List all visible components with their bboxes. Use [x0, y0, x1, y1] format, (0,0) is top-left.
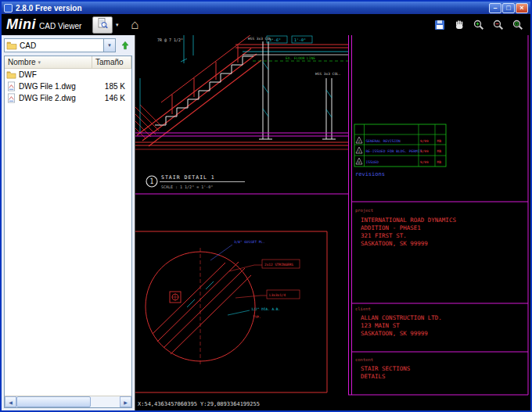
- horizontal-scrollbar[interactable]: ◀ ▶: [5, 396, 131, 407]
- file-name: DWF: [19, 70, 95, 79]
- green-note: EX. FLOOR LINE: [286, 56, 315, 60]
- file-browser-panel: CAD ▼ Nombre ▾ Tamaño: [2, 35, 135, 410]
- window-title: 2.8.0 Free version: [16, 4, 488, 13]
- minimize-button[interactable]: –: [489, 3, 501, 13]
- rev-by: MB: [437, 139, 442, 143]
- folder-icon: [6, 70, 16, 80]
- current-folder-value: CAD: [20, 41, 103, 50]
- rev-by: MB: [437, 149, 442, 153]
- dwg-file-icon: [6, 93, 16, 103]
- callout-cyan: 1/2" DIA. A.B.: [251, 307, 280, 311]
- client-block: client ALLAN CONSTRUCTION LTD. 123 MAIN …: [355, 306, 442, 337]
- rev-date: 9/99: [420, 160, 429, 164]
- file-list: Nombre ▾ Tamaño DWF: [4, 56, 132, 408]
- toolbar-right-group: [432, 18, 526, 32]
- column-header-size[interactable]: Tamaño: [92, 56, 131, 69]
- main-area: CAD ▼ Nombre ▾ Tamaño: [2, 35, 530, 410]
- zoom-in-icon: [473, 19, 485, 31]
- client-line: ALLAN CONSTRUCTION LTD.: [361, 314, 442, 321]
- rev-desc: RE-ISSUED FOR BLDG. PERMIT: [366, 149, 422, 153]
- file-size: 146 K: [95, 94, 131, 102]
- scroll-left-button[interactable]: ◀: [5, 396, 16, 407]
- column-header-name[interactable]: Nombre ▾: [5, 56, 92, 69]
- connection-detail-drawing: 2x12 STRINGERS L3x3x1/4 3/8" GUSSET PL. …: [135, 231, 327, 392]
- title-bar[interactable]: 2.8.0 Free version – □ ×: [2, 2, 530, 14]
- stair-section-drawing: 7R @ 7 1/2" 3'-6" 1'-0" EX. FLOOR LINE H…: [135, 35, 348, 149]
- project-line: INTERNATIONAL ROAD DYNAMICS: [361, 217, 456, 224]
- content-label: content: [355, 357, 373, 362]
- file-name: DWG File 1.dwg: [19, 82, 95, 91]
- rev-num: 0: [358, 160, 361, 164]
- callout-box-2: L3x3x1/4: [269, 293, 286, 297]
- content-block: content STAIR SECTIONS DETAILS: [355, 357, 411, 380]
- brand-rest: CAD Viewer: [39, 22, 81, 30]
- revisions-table: 2 GENERAL REVISION 9/99 MB 1 RE-ISSUED F…: [354, 124, 446, 177]
- callout-box-1: 2x12 STRINGERS: [264, 263, 293, 267]
- rev-by: MB: [437, 160, 442, 164]
- content-line: DETAILS: [361, 373, 386, 380]
- zoom-extents-icon: [512, 19, 524, 31]
- rev-date: 9/99: [420, 139, 429, 143]
- folder-icon: [6, 40, 17, 51]
- detail-scale: SCALE : 1 1/2" = 1'-0": [161, 185, 213, 189]
- pan-button[interactable]: [451, 18, 467, 32]
- zoom-out-button[interactable]: [491, 18, 506, 32]
- scrollbar-track[interactable]: [16, 396, 120, 407]
- close-button[interactable]: ×: [516, 3, 528, 13]
- client-line: 123 MAIN ST: [361, 322, 400, 329]
- brand-mini: Mini: [6, 16, 36, 33]
- up-directory-button[interactable]: [118, 38, 132, 52]
- path-row: CAD ▼: [4, 38, 132, 53]
- toolbar: Mini CAD Viewer ▼ ⌂: [2, 14, 530, 35]
- status-coordinates: X:54,4363457060395 Y:29,0893364199255: [138, 401, 260, 407]
- cad-canvas[interactable]: 7R @ 7 1/2" 3'-6" 1'-0" EX. FLOOR LINE H…: [135, 35, 530, 410]
- project-block: project INTERNATIONAL ROAD DYNAMICS ADDI…: [355, 208, 456, 247]
- maximize-button[interactable]: □: [502, 3, 515, 13]
- folder-combobox[interactable]: CAD ▼: [4, 38, 116, 52]
- project-line: SASKATOON, SK 99999: [361, 240, 428, 247]
- zoom-out-icon: [492, 19, 505, 31]
- save-button[interactable]: [432, 18, 448, 32]
- project-line: ADDITION - PHASE1: [361, 224, 421, 231]
- callout-red: TYP.: [253, 315, 261, 319]
- revisions-label: revisions: [355, 171, 385, 177]
- cad-drawing[interactable]: 7R @ 7 1/2" 3'-6" 1'-0" EX. FLOOR LINE H…: [135, 35, 530, 410]
- home-button[interactable]: ⌂: [126, 17, 143, 33]
- rev-date: 9/99: [420, 149, 429, 153]
- column-name-label: Nombre: [8, 58, 36, 66]
- post-a-note: HSS 3x3 COL.: [248, 37, 274, 41]
- callout-blue: 3/8" GUSSET PL.: [234, 240, 265, 244]
- up-arrow-icon: [120, 40, 131, 51]
- file-list-header: Nombre ▾ Tamaño: [5, 56, 131, 69]
- scrollbar-thumb[interactable]: [16, 396, 91, 407]
- file-rows: DWF DWG File 1.dwg 185 K: [5, 69, 131, 396]
- client-label: client: [355, 306, 371, 311]
- column-size-label: Tamaño: [95, 58, 124, 66]
- list-item-folder[interactable]: DWF: [5, 69, 131, 81]
- app-window: 2.8.0 Free version – □ × Mini CAD Viewer…: [0, 0, 532, 412]
- rev-num: 2: [358, 139, 360, 143]
- rev-desc: ISSUED: [366, 160, 379, 164]
- post-b-note: HSS 3x3 COL.: [315, 72, 341, 76]
- file-name: DWG File 2.dwg: [19, 94, 95, 102]
- project-line: 321 FIRST ST.: [361, 232, 407, 239]
- content-line: STAIR SECTIONS: [361, 365, 411, 372]
- combobox-dropdown-arrow[interactable]: ▼: [103, 39, 115, 52]
- list-item-dwg1[interactable]: DWG File 1.dwg 185 K: [5, 81, 131, 92]
- zoom-in-button[interactable]: [471, 18, 487, 32]
- detail-title-block: 1 STAIR DETAIL 1 SCALE : 1 1/2" = 1'-0": [135, 174, 349, 194]
- rev-num: 1: [358, 149, 361, 153]
- zoom-extents-button[interactable]: [510, 18, 526, 32]
- client-line: SASKATOON, SK 99999: [361, 330, 428, 337]
- preview-dropdown-button[interactable]: ▼: [113, 16, 121, 34]
- home-icon: ⌂: [131, 18, 138, 31]
- app-icon: [4, 4, 13, 13]
- scroll-right-button[interactable]: ▶: [120, 396, 131, 407]
- list-item-dwg2[interactable]: DWG File 2.dwg 146 K: [5, 92, 131, 104]
- project-label: project: [355, 208, 373, 213]
- rev-desc: GENERAL REVISION: [366, 139, 401, 143]
- file-size: 185 K: [95, 82, 131, 91]
- detail-title: STAIR DETAIL 1: [161, 174, 215, 181]
- detail-number: 1: [150, 178, 154, 185]
- preview-mode-button[interactable]: [92, 16, 113, 34]
